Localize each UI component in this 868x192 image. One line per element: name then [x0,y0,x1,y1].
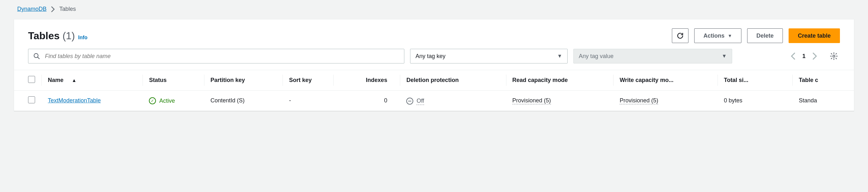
caret-down-icon: ▼ [722,53,727,59]
page-title-count: (1) [62,30,75,41]
search-icon [33,53,40,60]
table-scroll[interactable]: Name▲ Status Partition key Sort key Inde… [14,70,854,111]
select-all-checkbox[interactable] [28,76,35,83]
refresh-icon [676,32,684,39]
actions-button-label: Actions [704,33,724,39]
total-size-value: 0 bytes [717,91,793,111]
breadcrumb-current: Tables [59,6,76,12]
delete-button[interactable]: Delete [747,28,783,43]
caret-down-icon: ▼ [728,33,732,38]
info-link[interactable]: Info [78,35,87,40]
filter-row: Any tag key ▼ Any tag value ▼ 1 [14,49,854,70]
deletion-protection-badge: Off [406,98,424,105]
actions-dropdown-button[interactable]: Actions ▼ [694,28,741,43]
header-name[interactable]: Name▲ [41,70,143,91]
minus-circle-icon [406,98,413,105]
chevron-right-icon [51,6,55,12]
header-deletion-protection[interactable]: Deletion protection [400,70,506,91]
search-box [28,49,404,63]
create-table-button[interactable]: Create table [788,28,840,43]
header-status[interactable]: Status [143,70,204,91]
tag-key-select[interactable]: Any tag key ▼ [410,49,568,63]
row-checkbox[interactable] [28,96,35,103]
page-number: 1 [802,53,806,60]
table-class-value: Standa [793,91,854,111]
sort-key-value: - [282,91,333,111]
breadcrumb: DynamoDB Tables [0,6,868,20]
gear-icon [830,52,838,60]
settings-button[interactable] [828,50,840,62]
page-prev-button[interactable] [789,51,797,61]
status-badge: ✓ Active [149,97,175,104]
header-total-size[interactable]: Total si... [717,70,793,91]
header-actions: Actions ▼ Delete Create table [672,28,840,43]
header-partition-key[interactable]: Partition key [204,70,282,91]
page-title: Tables (1) [28,30,75,42]
deletion-protection-text[interactable]: Off [416,98,424,105]
indexes-value: 0 [333,91,400,111]
tag-value-label: Any tag value [579,53,614,60]
page-title-text: Tables [28,30,60,41]
caret-down-icon: ▼ [557,53,562,59]
write-capacity-value[interactable]: Provisioned (5) [620,97,658,104]
check-circle-icon: ✓ [149,97,156,104]
refresh-button[interactable] [672,28,688,43]
svg-point-2 [833,55,835,57]
pager: 1 [789,50,840,62]
header-sort-key[interactable]: Sort key [282,70,333,91]
page-next-button[interactable] [811,51,818,61]
tag-value-select: Any tag value ▼ [574,49,732,63]
breadcrumb-root-link[interactable]: DynamoDB [17,6,46,12]
status-text: Active [159,98,175,104]
table-name-link[interactable]: TextModerationTable [48,97,101,104]
header-read-capacity[interactable]: Read capacity mode [506,70,614,91]
panel-header: Tables (1) Info Actions ▼ [14,20,854,49]
search-input[interactable] [28,49,404,63]
header-table-class[interactable]: Table c [793,70,854,91]
table-row: TextModerationTable ✓ Active ContentId (… [14,91,854,111]
tables-table: Name▲ Status Partition key Sort key Inde… [14,70,854,111]
header-checkbox-cell [14,70,41,91]
svg-line-1 [38,57,39,59]
header-write-capacity[interactable]: Write capacity mo... [613,70,717,91]
tag-key-label: Any tag key [415,53,445,60]
read-capacity-value[interactable]: Provisioned (5) [513,97,551,104]
header-indexes[interactable]: Indexes [333,70,400,91]
partition-key-value: ContentId (S) [204,91,282,111]
sort-asc-icon: ▲ [72,77,76,83]
tables-panel: Tables (1) Info Actions ▼ [14,20,854,111]
